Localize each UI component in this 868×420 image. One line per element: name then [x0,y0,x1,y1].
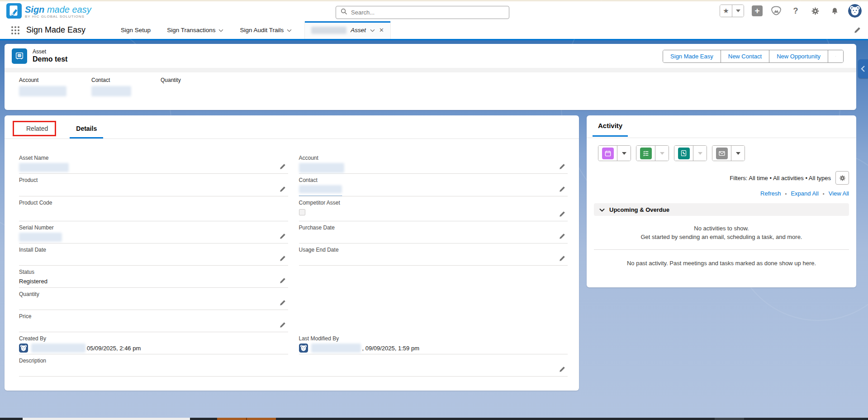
global-search[interactable] [336,6,509,19]
bullet-separator: • [823,191,825,196]
empty-cell [299,288,568,310]
tab-details[interactable]: Details [72,125,100,138]
new-task-button[interactable] [636,146,655,161]
highlight-field-account: Account [19,77,91,97]
chevron-down-icon[interactable] [218,27,223,33]
taskbar-segment [23,418,190,420]
app-window: Sign made easy BY HIC GLOBAL SOLUTIONS ★… [0,0,868,420]
edit-pencil-icon[interactable] [279,321,286,329]
email-button[interactable] [712,146,731,161]
more-actions-dropdown-icon[interactable] [828,50,843,62]
field-last-modified-by: Last Modified By , 09/09/2025, 1:59 pm [299,332,568,354]
redacted-value [31,344,85,353]
created-datetime: 05/09/2025, 2:46 pm [87,345,141,352]
activity-filters-summary[interactable]: Filters: All time • All activities • All… [730,175,831,181]
logo-document-icon [6,3,22,20]
logo-title: Sign made easy [25,5,91,14]
nav-tab-asset-record-active[interactable]: Asset ✕ [304,21,391,39]
log-call-button[interactable] [674,146,693,161]
close-tab-icon[interactable]: ✕ [379,27,384,33]
edit-pencil-icon[interactable] [559,255,566,262]
log-call-dropdown-icon[interactable] [693,146,707,161]
modified-datetime: , 09/09/2025, 1:59 pm [362,345,419,352]
edit-pencil-icon[interactable] [279,299,286,306]
activity-panel: Activity [587,115,856,287]
edit-pencil-icon[interactable] [559,366,566,373]
highlights-divider [5,68,856,72]
chevron-down-icon[interactable] [599,205,605,214]
new-event-button[interactable] [598,146,617,161]
field-product-code: Product Code [19,196,288,221]
detail-tabs: Related Details [5,115,579,139]
new-event-group [598,145,631,161]
nav-tab-sign-audit-trails[interactable]: Sign Audit Trails [232,21,300,39]
nav-tab-sign-transactions[interactable]: Sign Transactions [159,21,232,39]
empty-subtitle: Get started by sending an email, schedul… [587,233,856,241]
redacted-record-name [311,27,346,34]
edit-pencil-icon[interactable] [279,255,286,262]
redacted-value [311,344,361,353]
contact-link[interactable] [299,185,342,196]
collapse-panel-chevron-left-icon[interactable] [858,59,868,78]
field-account: Account [299,152,568,174]
edit-pencil-icon[interactable] [559,210,566,218]
edit-pencil-icon[interactable] [279,163,286,170]
field-quantity: Quantity [19,288,288,310]
taskbar-segment [247,418,276,420]
activity-quick-actions [587,138,856,161]
taskbar-segment [217,418,246,420]
field-serial-number: Serial Number [19,221,288,243]
field-contact: Contact [299,174,568,196]
competitor-asset-checkbox[interactable] [299,209,305,215]
redacted-value [299,185,342,193]
empty-cell [299,266,568,288]
activity-empty-state: No activities to show. Get started by se… [587,216,856,241]
refresh-link[interactable]: Refresh [760,190,781,197]
record-title: Demo test [33,55,67,63]
sign-made-easy-button[interactable]: Sign Made Easy [663,50,721,62]
field-competitor-asset: Competitor Asset [299,196,568,221]
new-contact-button[interactable]: New Contact [721,50,769,62]
email-group [712,145,745,161]
field-created-by: Created By 05/09/2025, 2:46 pm [19,332,288,354]
taskbar-segment [715,418,744,420]
asset-entity-icon [12,48,27,64]
email-dropdown-icon[interactable] [731,146,745,161]
user-avatar[interactable] [299,344,308,353]
highlight-field-quantity: Quantity [161,77,233,97]
user-avatar[interactable] [19,344,28,353]
redacted-value [91,86,131,96]
bullet-separator: • [785,191,787,196]
edit-nav-pencil-icon[interactable] [854,27,861,35]
edit-pencil-icon[interactable] [279,186,286,193]
field-usage-end-date: Usage End Date [299,243,568,266]
new-opportunity-button[interactable]: New Opportunity [769,50,828,62]
record-action-group: Sign Made Easy New Contact New Opportuni… [663,50,844,63]
chevron-down-icon[interactable] [370,27,375,33]
activity-settings-gear-icon[interactable] [835,171,849,185]
tab-related[interactable]: Related [23,125,52,138]
field-status: Status Registered [19,266,288,288]
search-input[interactable] [351,9,504,16]
field-product: Product [19,174,288,196]
edit-pencil-icon[interactable] [559,186,566,193]
expand-all-link[interactable]: Expand All [791,190,818,197]
notifications-bell-icon[interactable] [829,5,840,17]
edit-pencil-icon[interactable] [279,277,286,284]
tab-activity[interactable]: Activity [598,122,622,129]
edit-pencil-icon[interactable] [559,163,566,170]
highlight-field-contact: Contact [91,77,161,97]
upcoming-overdue-section-header[interactable]: Upcoming & Overdue [594,203,849,216]
past-activity-text: No past activity. Past meetings and task… [587,250,856,267]
edit-pencil-icon[interactable] [279,233,286,240]
new-event-dropdown-icon[interactable] [617,146,631,161]
chevron-down-icon[interactable] [287,27,292,33]
record-highlights-panel: Asset Demo test Sign Made Easy New Conta… [5,44,856,110]
edit-pencil-icon[interactable] [559,233,566,240]
field-price: Price [19,310,288,332]
user-avatar[interactable] [848,4,862,18]
redacted-value [19,233,62,242]
view-all-link[interactable]: View All [829,190,849,197]
new-task-dropdown-icon[interactable] [655,146,669,161]
entity-label: Asset [33,48,67,55]
